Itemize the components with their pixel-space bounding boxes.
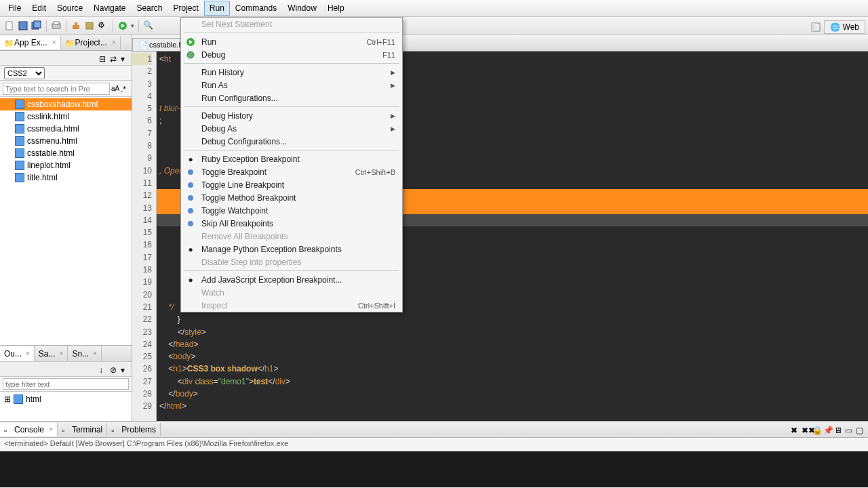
pin-icon[interactable]: 📌 <box>823 426 831 434</box>
svg-point-13 <box>187 52 194 58</box>
outline-tree: ⊞ html <box>0 391 132 421</box>
link-icon[interactable]: ⇄ <box>110 54 118 62</box>
print-icon[interactable] <box>51 20 62 31</box>
console-output[interactable] <box>0 451 868 487</box>
menu-item[interactable]: Run Configurations... <box>181 92 402 104</box>
save-all-icon[interactable] <box>31 20 42 31</box>
svg-rect-8 <box>86 22 93 29</box>
svg-rect-7 <box>75 22 77 25</box>
file-item[interactable]: title.html <box>0 171 132 184</box>
line-gutter: 1234567891011121314151617181920212223242… <box>132 52 157 421</box>
search-icon[interactable]: 🔍 <box>143 20 154 31</box>
remove-all-icon[interactable]: ✖✖ <box>802 426 810 434</box>
ruby-icon: ● <box>185 154 196 165</box>
menu-item[interactable]: ●Add JavaScript Exception Breakpoint... <box>181 273 402 286</box>
menu-help[interactable]: Help <box>322 1 350 16</box>
close-icon[interactable]: × <box>60 350 64 357</box>
sort-icon[interactable]: ↓ <box>99 365 107 373</box>
menu-icon[interactable]: ▾ <box>121 54 129 62</box>
menu-item[interactable]: Debug Configurations... <box>181 135 402 148</box>
menu-item[interactable]: Debug As▶ <box>181 122 402 135</box>
menu-search[interactable]: Search <box>131 1 167 16</box>
file-item[interactable]: cssmedia.html <box>0 123 132 135</box>
regex-icon[interactable]: .* <box>121 85 129 93</box>
collapse-icon[interactable]: ⊟ <box>99 54 107 62</box>
blank-icon <box>185 300 196 311</box>
file-item[interactable]: csstable.html <box>0 147 132 159</box>
menu-navigate[interactable]: Navigate <box>88 1 131 16</box>
expand-icon[interactable]: ⊞ <box>4 394 11 404</box>
menu-edit[interactable]: Edit <box>26 1 52 16</box>
tab-icon: 📁 <box>65 39 73 47</box>
file-icon <box>15 161 24 170</box>
tree-search-input[interactable] <box>3 83 110 95</box>
view-tab[interactable]: 📁App Ex...× <box>0 36 61 49</box>
panel-tab-console[interactable]: ▫Console× <box>0 423 58 436</box>
package-icon[interactable] <box>84 20 95 31</box>
display-icon[interactable]: 🖥 <box>834 426 842 434</box>
svg-rect-5 <box>54 22 59 24</box>
menu-item[interactable]: DebugF11 <box>181 48 402 61</box>
menu-item[interactable]: Debug History▶ <box>181 109 402 122</box>
menu-item[interactable]: Toggle Line Breakpoint <box>181 178 402 191</box>
view-tab[interactable]: 📁Project...× <box>61 36 121 49</box>
build-icon[interactable] <box>71 20 81 31</box>
blank-icon <box>185 19 196 30</box>
menu-item[interactable]: Toggle BreakpointCtrl+Shift+B <box>181 165 402 178</box>
js-icon: ● <box>185 274 196 285</box>
outline-filter-input[interactable] <box>3 378 129 390</box>
tab-icon: ▫ <box>4 426 12 434</box>
menu-item[interactable]: Toggle Watchpoint <box>181 204 402 217</box>
run-icon[interactable] <box>117 20 128 31</box>
gear-icon[interactable]: ⚙ <box>98 20 108 31</box>
menu-source[interactable]: Source <box>52 1 88 16</box>
remove-icon[interactable]: ✖ <box>791 426 799 434</box>
close-icon[interactable]: × <box>26 350 30 357</box>
menu-run[interactable]: Run <box>204 1 230 16</box>
open-perspective-icon[interactable] <box>810 22 821 33</box>
save-icon[interactable] <box>18 20 28 31</box>
dropdown-arrow-icon[interactable]: ▾ <box>131 22 134 29</box>
blank-icon <box>185 93 196 104</box>
close-icon[interactable]: × <box>93 350 97 357</box>
menu-item[interactable]: Run History▶ <box>181 66 402 79</box>
view-menu-icon[interactable]: ▾ <box>121 365 129 373</box>
menu-item[interactable]: Skip All Breakpoints <box>181 217 402 230</box>
menu-file[interactable]: File <box>3 1 26 16</box>
bottom-view-tab[interactable]: Sa...× <box>35 346 68 361</box>
file-icon <box>15 100 24 109</box>
menu-item[interactable]: RunCtrl+F11 <box>181 35 402 48</box>
outline-node[interactable]: ⊞ html <box>4 394 127 404</box>
web-perspective-button[interactable]: 🌐 Web <box>824 20 865 34</box>
maximize-icon[interactable]: ▢ <box>856 426 864 434</box>
menu-commands[interactable]: Commands <box>230 1 282 16</box>
file-item[interactable]: cssmenu.html <box>0 135 132 147</box>
close-icon[interactable]: × <box>52 39 56 46</box>
menu-item[interactable]: Run As▶ <box>181 79 402 92</box>
file-item[interactable]: csslink.html <box>0 110 132 123</box>
css-version-select[interactable]: CSS2 <box>4 67 45 79</box>
close-icon[interactable]: × <box>112 39 116 46</box>
menu-item[interactable]: Toggle Method Breakpoint <box>181 191 402 204</box>
file-item[interactable]: cssboxshadow.html <box>0 98 132 110</box>
bp-icon <box>185 192 196 203</box>
menu-project[interactable]: Project <box>167 1 203 16</box>
panel-tab-terminal[interactable]: ▫Terminal <box>58 423 107 436</box>
menu-window[interactable]: Window <box>282 1 322 16</box>
bp-icon <box>185 167 196 178</box>
blank-icon <box>185 110 196 121</box>
main-toolbar: ⚙ ▾ 🔍 <box>0 17 868 35</box>
lock-icon[interactable]: 🔒 <box>812 426 821 434</box>
bottom-view-tab[interactable]: Ou...× <box>0 346 35 361</box>
menu-item[interactable]: ●Ruby Exception Breakpoint <box>181 152 402 165</box>
hide-icon[interactable]: ⊘ <box>110 365 118 373</box>
aa-icon[interactable]: aA <box>111 85 119 93</box>
minimize-icon[interactable]: ▭ <box>845 426 853 434</box>
new-icon[interactable] <box>4 20 15 31</box>
file-item[interactable]: lineplot.html <box>0 159 132 171</box>
close-icon[interactable]: × <box>49 426 53 433</box>
menu-item[interactable]: ●Manage Python Exception Breakpoints <box>181 243 402 256</box>
svg-point-16 <box>188 195 193 201</box>
bottom-view-tab[interactable]: Sn...× <box>68 346 102 361</box>
panel-tab-problems[interactable]: ▫Problems <box>107 423 161 436</box>
